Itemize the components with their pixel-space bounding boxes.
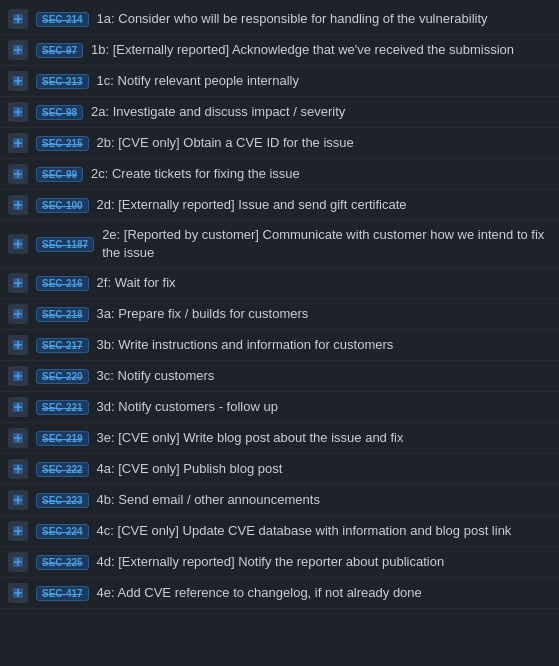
item-text: 3e: [CVE only] Write blog post about the…	[97, 429, 404, 447]
item-text: 2f: Wait for fix	[97, 274, 176, 292]
list-item[interactable]: SEC-2213d: Notify customers - follow up	[0, 392, 559, 423]
task-icon	[8, 71, 28, 91]
task-icon	[8, 521, 28, 541]
issue-badge[interactable]: SEC-224	[36, 524, 89, 539]
task-icon	[8, 9, 28, 29]
list-item[interactable]: SEC-2193e: [CVE only] Write blog post ab…	[0, 423, 559, 454]
task-icon	[8, 366, 28, 386]
task-icon	[8, 335, 28, 355]
task-icon	[8, 40, 28, 60]
list-item[interactable]: SEC-4174e: Add CVE reference to changelo…	[0, 578, 559, 609]
item-text: 4b: Send email / other announcements	[97, 491, 320, 509]
task-icon	[8, 428, 28, 448]
issue-badge[interactable]: SEC-223	[36, 493, 89, 508]
item-text: 3a: Prepare fix / builds for customers	[97, 305, 309, 323]
task-icon	[8, 459, 28, 479]
item-text: 2e: [Reported by customer] Communicate w…	[102, 226, 551, 262]
issue-badge[interactable]: SEC-215	[36, 136, 89, 151]
list-item[interactable]: SEC-2234b: Send email / other announceme…	[0, 485, 559, 516]
list-item[interactable]: SEC-971b: [Externally reported] Acknowle…	[0, 35, 559, 66]
item-text: 4d: [Externally reported] Notify the rep…	[97, 553, 445, 571]
list-item[interactable]: SEC-2244c: [CVE only] Update CVE databas…	[0, 516, 559, 547]
list-item[interactable]: SEC-1002d: [Externally reported] Issue a…	[0, 190, 559, 221]
item-text: 2c: Create tickets for fixing the issue	[91, 165, 300, 183]
list-item[interactable]: SEC-2141a: Consider who will be responsi…	[0, 4, 559, 35]
issue-badge[interactable]: SEC-216	[36, 276, 89, 291]
task-icon	[8, 273, 28, 293]
issue-badge[interactable]: SEC-1187	[36, 237, 94, 252]
issue-badge[interactable]: SEC-100	[36, 198, 89, 213]
item-text: 4e: Add CVE reference to changelog, if n…	[97, 584, 422, 602]
issue-badge[interactable]: SEC-217	[36, 338, 89, 353]
task-icon	[8, 583, 28, 603]
task-icon	[8, 490, 28, 510]
task-icon	[8, 133, 28, 153]
item-text: 1b: [Externally reported] Acknowledge th…	[91, 41, 514, 59]
list-item[interactable]: SEC-2254d: [Externally reported] Notify …	[0, 547, 559, 578]
item-text: 4a: [CVE only] Publish blog post	[97, 460, 283, 478]
task-icon	[8, 234, 28, 254]
item-text: 2b: [CVE only] Obtain a CVE ID for the i…	[97, 134, 354, 152]
list-item[interactable]: SEC-982a: Investigate and discuss impact…	[0, 97, 559, 128]
item-text: 1c: Notify relevant people internally	[97, 72, 299, 90]
list-item[interactable]: SEC-2173b: Write instructions and inform…	[0, 330, 559, 361]
item-text: 4c: [CVE only] Update CVE database with …	[97, 522, 512, 540]
item-text: 3c: Notify customers	[97, 367, 215, 385]
issue-badge[interactable]: SEC-220	[36, 369, 89, 384]
list-item[interactable]: SEC-2152b: [CVE only] Obtain a CVE ID fo…	[0, 128, 559, 159]
item-text: 3d: Notify customers - follow up	[97, 398, 278, 416]
list-item[interactable]: SEC-992c: Create tickets for fixing the …	[0, 159, 559, 190]
issue-badge[interactable]: SEC-218	[36, 307, 89, 322]
task-icon	[8, 195, 28, 215]
list-item[interactable]: SEC-2183a: Prepare fix / builds for cust…	[0, 299, 559, 330]
list-item[interactable]: SEC-2162f: Wait for fix	[0, 268, 559, 299]
task-icon	[8, 164, 28, 184]
issue-badge[interactable]: SEC-214	[36, 12, 89, 27]
issue-badge[interactable]: SEC-213	[36, 74, 89, 89]
item-text: 1a: Consider who will be responsible for…	[97, 10, 488, 28]
task-icon	[8, 304, 28, 324]
list-item[interactable]: SEC-11872e: [Reported by customer] Commu…	[0, 221, 559, 268]
issue-badge[interactable]: SEC-417	[36, 586, 89, 601]
issue-badge[interactable]: SEC-97	[36, 43, 83, 58]
issue-badge[interactable]: SEC-98	[36, 105, 83, 120]
item-text: 2d: [Externally reported] Issue and send…	[97, 196, 407, 214]
list-item[interactable]: SEC-2131c: Notify relevant people intern…	[0, 66, 559, 97]
issue-badge[interactable]: SEC-221	[36, 400, 89, 415]
issue-badge[interactable]: SEC-222	[36, 462, 89, 477]
task-icon	[8, 552, 28, 572]
task-icon	[8, 102, 28, 122]
item-text: 3b: Write instructions and information f…	[97, 336, 394, 354]
issue-badge[interactable]: SEC-219	[36, 431, 89, 446]
item-text: 2a: Investigate and discuss impact / sev…	[91, 103, 345, 121]
task-icon	[8, 397, 28, 417]
list-item[interactable]: SEC-2224a: [CVE only] Publish blog post	[0, 454, 559, 485]
task-list: SEC-2141a: Consider who will be responsi…	[0, 0, 559, 613]
issue-badge[interactable]: SEC-99	[36, 167, 83, 182]
list-item[interactable]: SEC-2203c: Notify customers	[0, 361, 559, 392]
issue-badge[interactable]: SEC-225	[36, 555, 89, 570]
